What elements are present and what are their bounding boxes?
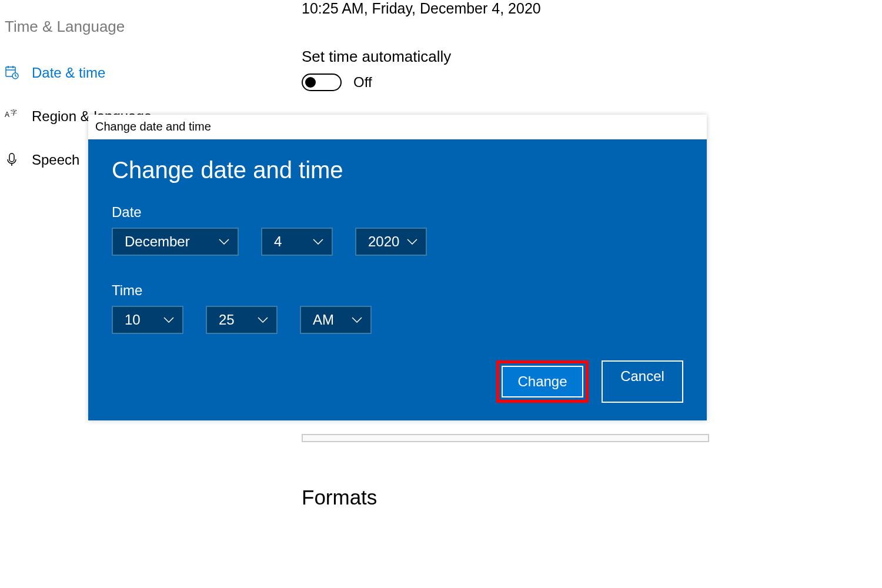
svg-text:字: 字 xyxy=(11,109,17,116)
day-value: 4 xyxy=(274,233,282,250)
year-value: 2020 xyxy=(368,233,399,250)
month-dropdown[interactable]: December xyxy=(112,228,239,256)
dialog-body: Change date and time Date December 4 202… xyxy=(88,139,707,420)
time-field-label: Time xyxy=(112,282,683,299)
calendar-clock-icon xyxy=(5,65,19,79)
month-value: December xyxy=(125,233,190,250)
sidebar-item-label: Speech xyxy=(32,152,79,168)
ampm-value: AM xyxy=(313,312,334,328)
settings-category-label: Time & Language xyxy=(5,18,125,36)
ampm-dropdown[interactable]: AM xyxy=(300,306,372,334)
dialog-button-row: Change Cancel xyxy=(112,360,683,403)
sidebar-item-label: Date & time xyxy=(32,65,105,81)
svg-line-6 xyxy=(15,76,16,76)
svg-rect-9 xyxy=(9,153,14,162)
chevron-down-icon xyxy=(352,317,362,323)
chevron-down-icon xyxy=(219,239,229,245)
chevron-down-icon xyxy=(258,317,268,323)
change-date-time-dialog: Change date and time Change date and tim… xyxy=(88,115,707,420)
annotation-highlight: Change xyxy=(496,360,589,403)
date-dropdown-row: December 4 2020 xyxy=(112,228,683,256)
day-dropdown[interactable]: 4 xyxy=(261,228,333,256)
year-dropdown[interactable]: 2020 xyxy=(355,228,427,256)
set-time-auto-toggle[interactable] xyxy=(302,74,342,91)
time-dropdown-row: 10 25 AM xyxy=(112,306,683,334)
language-icon: A 字 xyxy=(5,109,19,123)
cancel-button[interactable]: Cancel xyxy=(602,360,683,403)
toggle-knob xyxy=(305,77,316,88)
svg-text:A: A xyxy=(5,111,9,119)
toggle-state-text: Off xyxy=(353,74,372,91)
chevron-down-icon xyxy=(313,239,323,245)
formats-heading: Formats xyxy=(302,486,377,509)
chevron-down-icon xyxy=(163,317,174,323)
change-button[interactable]: Change xyxy=(502,366,583,397)
minute-dropdown[interactable]: 25 xyxy=(206,306,278,334)
set-time-auto-label: Set time automatically xyxy=(302,48,541,66)
hour-value: 10 xyxy=(125,312,141,328)
chevron-down-icon xyxy=(407,239,417,245)
sidebar-item-date-time[interactable]: Date & time xyxy=(5,55,152,90)
current-datetime-text: 10:25 AM, Friday, December 4, 2020 xyxy=(302,0,541,17)
dialog-heading: Change date and time xyxy=(112,157,683,183)
hour-dropdown[interactable]: 10 xyxy=(112,306,183,334)
minute-value: 25 xyxy=(219,312,235,328)
date-field-label: Date xyxy=(112,204,683,220)
microphone-icon xyxy=(5,152,19,166)
dialog-titlebar[interactable]: Change date and time xyxy=(88,115,707,139)
background-field-remnant xyxy=(302,434,709,442)
